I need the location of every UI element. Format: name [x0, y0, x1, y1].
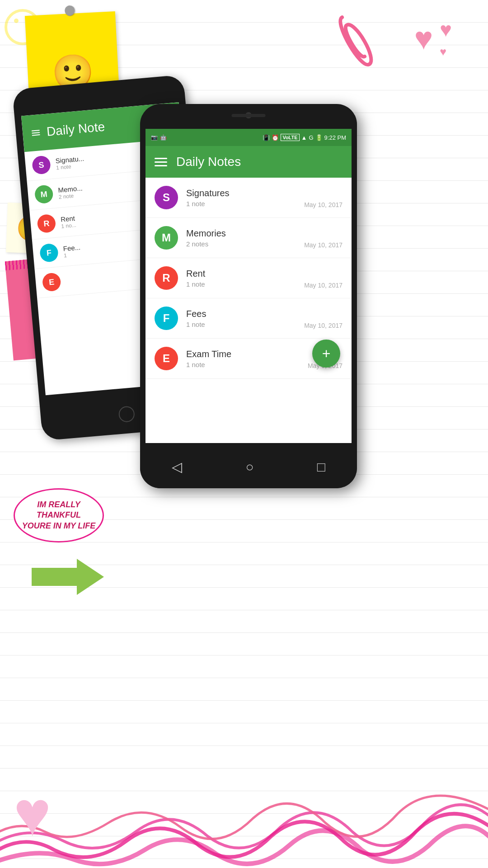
time-display: 9:22 PM	[324, 134, 346, 141]
phone-front: 📷 🤖 📳 ⏰ VoLTE ▲ G 🔋 9:22 PM Daily Notes	[140, 104, 357, 488]
back-note-info: Signatu... 1 note	[55, 154, 85, 170]
note-item-memories[interactable]: M Memories 2 notes May 10, 2017	[145, 218, 352, 258]
note-item-rent[interactable]: R Rent 1 note May 10, 2017	[145, 258, 352, 298]
status-bar: 📷 🤖 📳 ⏰ VoLTE ▲ G 🔋 9:22 PM	[145, 129, 352, 146]
alarm-icon: ⏰	[272, 134, 279, 141]
note-title-fees: Fees	[186, 309, 343, 319]
app-title: Daily Notes	[176, 155, 241, 169]
back-avatar-s: S	[32, 155, 51, 175]
back-nav-button[interactable]: ◁	[172, 459, 182, 475]
note-date-rent: May 10, 2017	[304, 282, 343, 289]
back-avatar-f: F	[39, 243, 59, 263]
battery-icon: 🔋	[315, 134, 323, 141]
note-item-signatures[interactable]: S Signatures 1 note May 10, 2017	[145, 178, 352, 218]
back-note-info: Memo... 2 note	[58, 184, 84, 200]
note-title-rent: Rent	[186, 269, 343, 279]
note-item-fees[interactable]: F Fees 1 note May 10, 2017	[145, 298, 352, 339]
note-date-memories: May 10, 2017	[304, 241, 343, 249]
home-nav-button[interactable]: ○	[245, 459, 253, 475]
avatar-memories: M	[155, 226, 178, 250]
back-avatar-r: R	[37, 214, 56, 233]
hamburger-menu-button[interactable]	[155, 158, 167, 166]
android-icon: 🤖	[160, 134, 167, 141]
vibrate-icon: 📳	[263, 134, 270, 141]
note-title-memories: Memories	[186, 228, 343, 239]
notes-list: S Signatures 1 note May 10, 2017 M Memor…	[145, 178, 352, 379]
back-avatar-e: E	[42, 272, 61, 292]
signal-icon: ▲	[301, 134, 307, 141]
app-header: Daily Notes	[145, 146, 352, 178]
avatar-fees: F	[155, 307, 178, 330]
front-speaker	[232, 114, 266, 117]
add-note-plus-icon: +	[322, 346, 331, 361]
phone-front-screen: 📷 🤖 📳 ⏰ VoLTE ▲ G 🔋 9:22 PM Daily Notes	[145, 129, 352, 443]
note-date-signatures: May 10, 2017	[304, 201, 343, 208]
navigation-bar: ◁ ○ □	[140, 445, 357, 488]
wifi-icon: G	[309, 134, 313, 141]
status-bar-right: 📳 ⏰ VoLTE ▲ G 🔋 9:22 PM	[263, 134, 346, 141]
avatar-examtime: E	[155, 347, 178, 370]
back-app-title: Daily Note	[46, 120, 105, 139]
back-hamburger-icon	[32, 130, 40, 136]
instagram-icon: 📷	[151, 134, 158, 141]
back-avatar-m: M	[34, 184, 54, 204]
back-note-info: Rent 1 no...	[60, 214, 76, 229]
recents-nav-button[interactable]: □	[317, 459, 325, 475]
add-note-fab-button[interactable]: +	[312, 340, 340, 368]
back-note-info: Fee... 1	[63, 243, 81, 259]
note-title-signatures: Signatures	[186, 188, 343, 198]
back-home-button	[118, 406, 135, 423]
note-date-fees: May 10, 2017	[304, 322, 343, 329]
avatar-signatures: S	[155, 186, 178, 209]
volte-label: VoLTE	[281, 134, 299, 141]
avatar-rent: R	[155, 266, 178, 290]
status-bar-left: 📷 🤖	[151, 134, 167, 141]
